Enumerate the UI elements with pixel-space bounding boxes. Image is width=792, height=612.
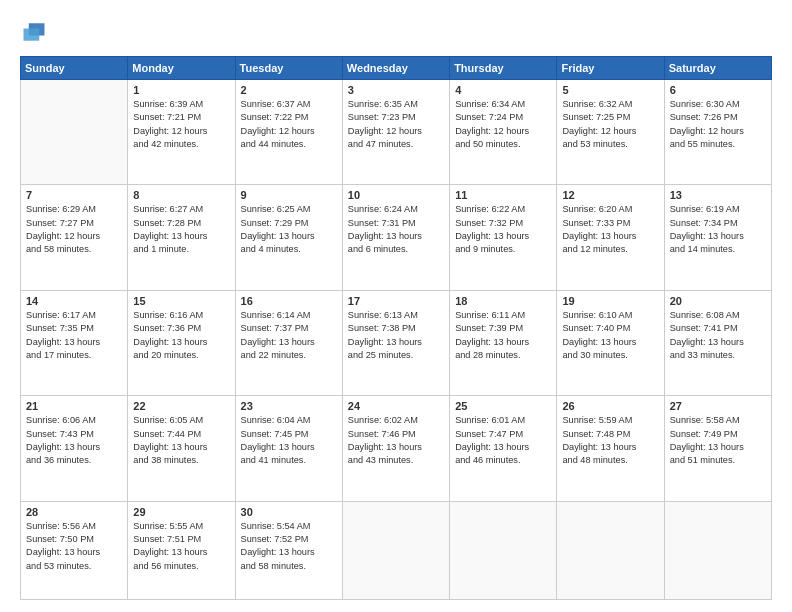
day-info: Sunrise: 6:04 AM Sunset: 7:45 PM Dayligh… bbox=[241, 414, 337, 467]
weekday-sunday: Sunday bbox=[21, 57, 128, 80]
calendar-cell: 2Sunrise: 6:37 AM Sunset: 7:22 PM Daylig… bbox=[235, 80, 342, 185]
calendar-cell: 29Sunrise: 5:55 AM Sunset: 7:51 PM Dayli… bbox=[128, 501, 235, 599]
day-number: 25 bbox=[455, 400, 551, 412]
day-number: 8 bbox=[133, 189, 229, 201]
calendar-cell: 5Sunrise: 6:32 AM Sunset: 7:25 PM Daylig… bbox=[557, 80, 664, 185]
page: SundayMondayTuesdayWednesdayThursdayFrid… bbox=[0, 0, 792, 612]
logo bbox=[20, 18, 52, 46]
day-info: Sunrise: 6:22 AM Sunset: 7:32 PM Dayligh… bbox=[455, 203, 551, 256]
weekday-monday: Monday bbox=[128, 57, 235, 80]
calendar-table: SundayMondayTuesdayWednesdayThursdayFrid… bbox=[20, 56, 772, 600]
day-number: 20 bbox=[670, 295, 766, 307]
calendar-cell: 19Sunrise: 6:10 AM Sunset: 7:40 PM Dayli… bbox=[557, 290, 664, 395]
week-row-3: 14Sunrise: 6:17 AM Sunset: 7:35 PM Dayli… bbox=[21, 290, 772, 395]
calendar-cell: 17Sunrise: 6:13 AM Sunset: 7:38 PM Dayli… bbox=[342, 290, 449, 395]
calendar-cell: 18Sunrise: 6:11 AM Sunset: 7:39 PM Dayli… bbox=[450, 290, 557, 395]
day-number: 12 bbox=[562, 189, 658, 201]
day-info: Sunrise: 5:54 AM Sunset: 7:52 PM Dayligh… bbox=[241, 520, 337, 573]
week-row-4: 21Sunrise: 6:06 AM Sunset: 7:43 PM Dayli… bbox=[21, 396, 772, 501]
day-info: Sunrise: 6:14 AM Sunset: 7:37 PM Dayligh… bbox=[241, 309, 337, 362]
calendar-cell: 20Sunrise: 6:08 AM Sunset: 7:41 PM Dayli… bbox=[664, 290, 771, 395]
week-row-2: 7Sunrise: 6:29 AM Sunset: 7:27 PM Daylig… bbox=[21, 185, 772, 290]
calendar-cell: 13Sunrise: 6:19 AM Sunset: 7:34 PM Dayli… bbox=[664, 185, 771, 290]
day-number: 9 bbox=[241, 189, 337, 201]
calendar-cell: 3Sunrise: 6:35 AM Sunset: 7:23 PM Daylig… bbox=[342, 80, 449, 185]
day-number: 19 bbox=[562, 295, 658, 307]
calendar-cell: 6Sunrise: 6:30 AM Sunset: 7:26 PM Daylig… bbox=[664, 80, 771, 185]
day-number: 1 bbox=[133, 84, 229, 96]
weekday-saturday: Saturday bbox=[664, 57, 771, 80]
day-number: 17 bbox=[348, 295, 444, 307]
day-info: Sunrise: 6:24 AM Sunset: 7:31 PM Dayligh… bbox=[348, 203, 444, 256]
calendar-cell: 4Sunrise: 6:34 AM Sunset: 7:24 PM Daylig… bbox=[450, 80, 557, 185]
day-info: Sunrise: 6:08 AM Sunset: 7:41 PM Dayligh… bbox=[670, 309, 766, 362]
weekday-tuesday: Tuesday bbox=[235, 57, 342, 80]
day-number: 15 bbox=[133, 295, 229, 307]
calendar-cell: 12Sunrise: 6:20 AM Sunset: 7:33 PM Dayli… bbox=[557, 185, 664, 290]
day-number: 29 bbox=[133, 506, 229, 518]
day-number: 28 bbox=[26, 506, 122, 518]
day-number: 10 bbox=[348, 189, 444, 201]
day-info: Sunrise: 6:19 AM Sunset: 7:34 PM Dayligh… bbox=[670, 203, 766, 256]
day-info: Sunrise: 6:39 AM Sunset: 7:21 PM Dayligh… bbox=[133, 98, 229, 151]
day-info: Sunrise: 5:56 AM Sunset: 7:50 PM Dayligh… bbox=[26, 520, 122, 573]
calendar-cell: 16Sunrise: 6:14 AM Sunset: 7:37 PM Dayli… bbox=[235, 290, 342, 395]
calendar-cell: 24Sunrise: 6:02 AM Sunset: 7:46 PM Dayli… bbox=[342, 396, 449, 501]
calendar-cell: 10Sunrise: 6:24 AM Sunset: 7:31 PM Dayli… bbox=[342, 185, 449, 290]
calendar-cell: 8Sunrise: 6:27 AM Sunset: 7:28 PM Daylig… bbox=[128, 185, 235, 290]
day-number: 24 bbox=[348, 400, 444, 412]
day-number: 18 bbox=[455, 295, 551, 307]
day-info: Sunrise: 6:30 AM Sunset: 7:26 PM Dayligh… bbox=[670, 98, 766, 151]
day-number: 11 bbox=[455, 189, 551, 201]
day-info: Sunrise: 6:35 AM Sunset: 7:23 PM Dayligh… bbox=[348, 98, 444, 151]
day-number: 14 bbox=[26, 295, 122, 307]
calendar-cell: 1Sunrise: 6:39 AM Sunset: 7:21 PM Daylig… bbox=[128, 80, 235, 185]
calendar-cell: 28Sunrise: 5:56 AM Sunset: 7:50 PM Dayli… bbox=[21, 501, 128, 599]
day-info: Sunrise: 6:27 AM Sunset: 7:28 PM Dayligh… bbox=[133, 203, 229, 256]
day-info: Sunrise: 6:01 AM Sunset: 7:47 PM Dayligh… bbox=[455, 414, 551, 467]
weekday-header-row: SundayMondayTuesdayWednesdayThursdayFrid… bbox=[21, 57, 772, 80]
day-number: 16 bbox=[241, 295, 337, 307]
day-info: Sunrise: 6:25 AM Sunset: 7:29 PM Dayligh… bbox=[241, 203, 337, 256]
day-number: 27 bbox=[670, 400, 766, 412]
calendar-cell: 21Sunrise: 6:06 AM Sunset: 7:43 PM Dayli… bbox=[21, 396, 128, 501]
weekday-friday: Friday bbox=[557, 57, 664, 80]
calendar-cell: 9Sunrise: 6:25 AM Sunset: 7:29 PM Daylig… bbox=[235, 185, 342, 290]
weekday-wednesday: Wednesday bbox=[342, 57, 449, 80]
calendar-cell: 15Sunrise: 6:16 AM Sunset: 7:36 PM Dayli… bbox=[128, 290, 235, 395]
day-info: Sunrise: 5:59 AM Sunset: 7:48 PM Dayligh… bbox=[562, 414, 658, 467]
day-number: 5 bbox=[562, 84, 658, 96]
day-number: 2 bbox=[241, 84, 337, 96]
calendar-cell: 26Sunrise: 5:59 AM Sunset: 7:48 PM Dayli… bbox=[557, 396, 664, 501]
day-number: 22 bbox=[133, 400, 229, 412]
day-info: Sunrise: 6:32 AM Sunset: 7:25 PM Dayligh… bbox=[562, 98, 658, 151]
calendar-cell: 14Sunrise: 6:17 AM Sunset: 7:35 PM Dayli… bbox=[21, 290, 128, 395]
calendar-cell: 27Sunrise: 5:58 AM Sunset: 7:49 PM Dayli… bbox=[664, 396, 771, 501]
day-number: 21 bbox=[26, 400, 122, 412]
day-info: Sunrise: 6:20 AM Sunset: 7:33 PM Dayligh… bbox=[562, 203, 658, 256]
day-info: Sunrise: 6:11 AM Sunset: 7:39 PM Dayligh… bbox=[455, 309, 551, 362]
weekday-thursday: Thursday bbox=[450, 57, 557, 80]
calendar-cell: 22Sunrise: 6:05 AM Sunset: 7:44 PM Dayli… bbox=[128, 396, 235, 501]
week-row-5: 28Sunrise: 5:56 AM Sunset: 7:50 PM Dayli… bbox=[21, 501, 772, 599]
day-number: 30 bbox=[241, 506, 337, 518]
day-number: 4 bbox=[455, 84, 551, 96]
day-number: 6 bbox=[670, 84, 766, 96]
day-info: Sunrise: 6:10 AM Sunset: 7:40 PM Dayligh… bbox=[562, 309, 658, 362]
header bbox=[20, 18, 772, 46]
calendar-cell bbox=[21, 80, 128, 185]
day-number: 26 bbox=[562, 400, 658, 412]
day-info: Sunrise: 6:29 AM Sunset: 7:27 PM Dayligh… bbox=[26, 203, 122, 256]
day-info: Sunrise: 5:58 AM Sunset: 7:49 PM Dayligh… bbox=[670, 414, 766, 467]
logo-icon bbox=[20, 18, 48, 46]
day-info: Sunrise: 6:06 AM Sunset: 7:43 PM Dayligh… bbox=[26, 414, 122, 467]
calendar-cell bbox=[557, 501, 664, 599]
day-number: 13 bbox=[670, 189, 766, 201]
day-number: 7 bbox=[26, 189, 122, 201]
day-info: Sunrise: 5:55 AM Sunset: 7:51 PM Dayligh… bbox=[133, 520, 229, 573]
calendar-cell: 25Sunrise: 6:01 AM Sunset: 7:47 PM Dayli… bbox=[450, 396, 557, 501]
calendar-cell: 7Sunrise: 6:29 AM Sunset: 7:27 PM Daylig… bbox=[21, 185, 128, 290]
day-info: Sunrise: 6:16 AM Sunset: 7:36 PM Dayligh… bbox=[133, 309, 229, 362]
day-info: Sunrise: 6:02 AM Sunset: 7:46 PM Dayligh… bbox=[348, 414, 444, 467]
calendar-cell: 23Sunrise: 6:04 AM Sunset: 7:45 PM Dayli… bbox=[235, 396, 342, 501]
